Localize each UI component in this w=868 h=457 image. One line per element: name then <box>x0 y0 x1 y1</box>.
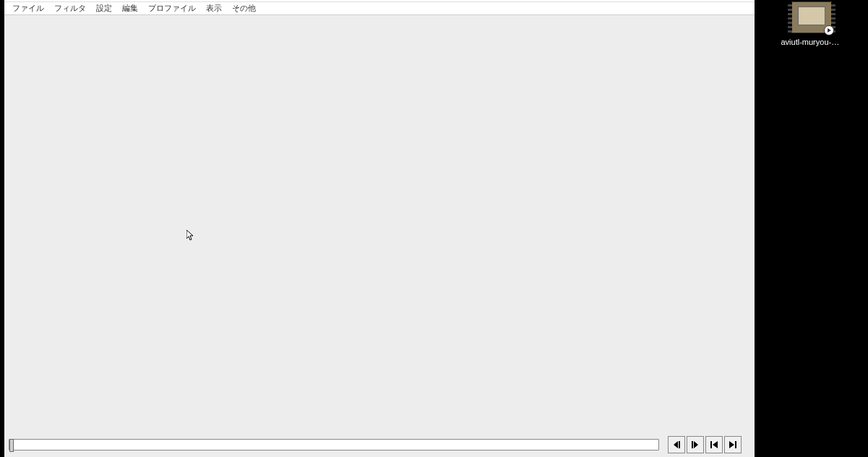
nav-button-group <box>668 436 742 453</box>
menu-settings[interactable]: 設定 <box>91 1 117 15</box>
go-end-button[interactable] <box>724 436 742 453</box>
menu-view[interactable]: 表示 <box>201 1 227 15</box>
play-badge-icon <box>824 25 834 35</box>
aviutl-window: ファイル フィルタ 設定 編集 プロファイル 表示 その他 <box>4 0 755 457</box>
menu-bar: ファイル フィルタ 設定 編集 プロファイル 表示 その他 <box>4 2 755 15</box>
playback-controls <box>4 432 755 457</box>
menu-other[interactable]: その他 <box>227 1 261 15</box>
film-strip-left-icon <box>788 2 792 33</box>
desktop-file-label: aviutl-muryou-g... <box>781 38 842 46</box>
next-frame-icon <box>689 439 701 450</box>
timeline-thumb[interactable] <box>9 439 14 452</box>
menu-edit[interactable]: 編集 <box>117 1 143 15</box>
menu-filter[interactable]: フィルタ <box>49 1 91 15</box>
prev-frame-button[interactable] <box>668 436 685 453</box>
desktop-background[interactable]: aviutl-muryou-g... <box>755 0 868 457</box>
go-start-icon <box>708 439 720 450</box>
timeline-slider[interactable] <box>9 439 659 450</box>
desktop-video-file[interactable]: aviutl-muryou-g... <box>786 1 837 46</box>
preview-canvas[interactable] <box>4 15 755 432</box>
menu-file[interactable]: ファイル <box>7 1 49 15</box>
go-start-button[interactable] <box>705 436 723 453</box>
go-end-icon <box>727 439 739 450</box>
menu-profile[interactable]: プロファイル <box>143 1 201 15</box>
prev-frame-icon <box>671 439 682 450</box>
mouse-cursor-icon <box>186 230 195 242</box>
video-preview-icon <box>798 7 825 25</box>
next-frame-button[interactable] <box>687 436 704 453</box>
video-thumbnail-icon <box>791 1 832 33</box>
